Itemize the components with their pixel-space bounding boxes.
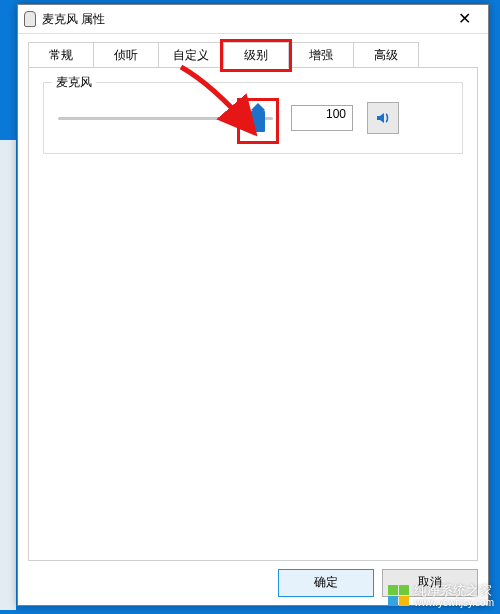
watermark: 纯净系统之家 www.ycwnjsy.com	[388, 584, 494, 608]
microphone-icon	[24, 11, 36, 27]
watermark-logo-icon	[388, 585, 410, 607]
tab-panel-level: 麦克风 100	[28, 67, 478, 561]
tab-label: 增强	[309, 48, 333, 62]
slider-row: 100	[44, 83, 462, 153]
group-label: 麦克风	[52, 74, 96, 91]
tab-advanced[interactable]: 高级	[353, 42, 419, 68]
window-title: 麦克风 属性	[42, 5, 444, 33]
microphone-group: 麦克风 100	[43, 82, 463, 154]
tab-general[interactable]: 常规	[28, 42, 94, 68]
tab-label: 自定义	[173, 48, 209, 62]
volume-slider[interactable]	[58, 106, 273, 130]
watermark-url: www.ycwnjsy.com	[414, 597, 494, 608]
ok-button[interactable]: 确定	[278, 569, 374, 597]
watermark-text: 纯净系统之家 www.ycwnjsy.com	[414, 584, 494, 608]
tabs-container: 常规 侦听 自定义 级别 增强 高级 麦克风	[18, 34, 488, 561]
volume-value[interactable]: 100	[291, 105, 353, 131]
tab-label: 常规	[49, 48, 73, 62]
tab-label: 侦听	[114, 48, 138, 62]
tab-strip: 常规 侦听 自定义 级别 增强 高级	[28, 42, 478, 68]
annotation-highlight-box	[237, 98, 279, 144]
speaker-icon	[375, 110, 391, 126]
button-label: 确定	[314, 575, 338, 589]
tab-label: 高级	[374, 48, 398, 62]
desktop-strip	[0, 140, 16, 610]
tab-custom[interactable]: 自定义	[158, 42, 224, 68]
tab-label: 级别	[244, 48, 268, 62]
watermark-name: 纯净系统之家	[414, 584, 494, 597]
desktop: 麦克风 属性 ✕ 常规 侦听 自定义 级别 增强 高级 麦克风	[0, 0, 500, 614]
mute-toggle-button[interactable]	[367, 102, 399, 134]
slider-thumb[interactable]	[251, 110, 265, 132]
tab-level[interactable]: 级别	[223, 42, 289, 68]
tab-listen[interactable]: 侦听	[93, 42, 159, 68]
tab-enhance[interactable]: 增强	[288, 42, 354, 68]
microphone-properties-dialog: 麦克风 属性 ✕ 常规 侦听 自定义 级别 增强 高级 麦克风	[17, 4, 489, 606]
titlebar: 麦克风 属性 ✕	[18, 5, 488, 34]
close-button[interactable]: ✕	[444, 5, 484, 33]
